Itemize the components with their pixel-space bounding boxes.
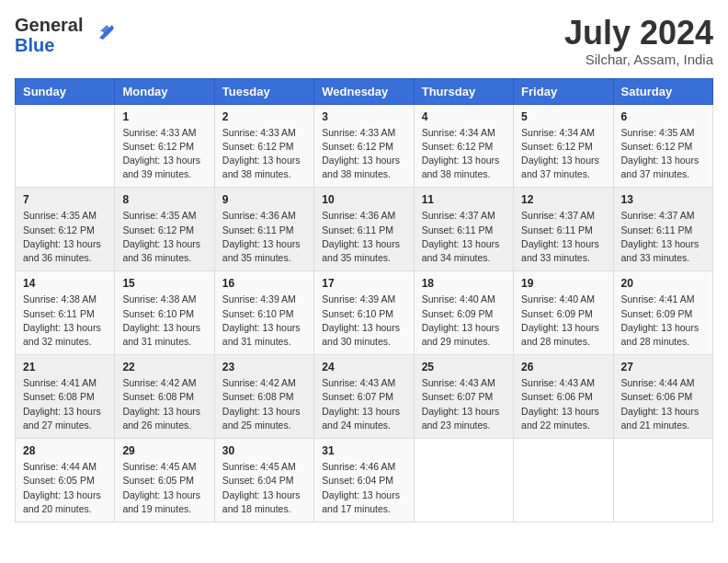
header-row: SundayMondayTuesdayWednesdayThursdayFrid… <box>16 78 713 104</box>
day-info: Sunrise: 4:36 AMSunset: 6:11 PMDaylight:… <box>322 209 405 265</box>
day-info: Sunrise: 4:41 AMSunset: 6:09 PMDaylight:… <box>621 293 705 349</box>
day-info: Sunrise: 4:40 AMSunset: 6:09 PMDaylight:… <box>422 293 506 349</box>
day-info: Sunrise: 4:38 AMSunset: 6:11 PMDaylight:… <box>23 293 107 349</box>
day-number: 6 <box>621 110 705 123</box>
day-info: Sunrise: 4:38 AMSunset: 6:10 PMDaylight:… <box>122 293 206 349</box>
day-number: 19 <box>521 277 605 290</box>
day-number: 15 <box>122 277 206 290</box>
day-info: Sunrise: 4:44 AMSunset: 6:06 PMDaylight:… <box>621 376 705 432</box>
day-info: Sunrise: 4:33 AMSunset: 6:12 PMDaylight:… <box>122 126 206 182</box>
calendar-day-cell: 17Sunrise: 4:39 AMSunset: 6:10 PMDayligh… <box>314 271 414 355</box>
page-header: General Blue July 2024 Silchar, Assam, I… <box>15 15 713 67</box>
day-number: 1 <box>122 110 206 123</box>
day-info: Sunrise: 4:37 AMSunset: 6:11 PMDaylight:… <box>521 209 605 265</box>
day-of-week-header: Thursday <box>414 78 513 104</box>
day-info: Sunrise: 4:44 AMSunset: 6:05 PMDaylight:… <box>23 460 107 516</box>
calendar-day-cell: 6Sunrise: 4:35 AMSunset: 6:12 PMDaylight… <box>613 104 712 188</box>
calendar-day-cell: 14Sunrise: 4:38 AMSunset: 6:11 PMDayligh… <box>16 271 115 355</box>
day-number: 12 <box>521 193 605 206</box>
day-of-week-header: Wednesday <box>314 78 414 104</box>
day-number: 4 <box>422 110 506 123</box>
day-number: 2 <box>222 110 306 123</box>
day-info: Sunrise: 4:36 AMSunset: 6:11 PMDaylight:… <box>222 209 306 265</box>
calendar-day-cell: 5Sunrise: 4:34 AMSunset: 6:12 PMDaylight… <box>514 104 613 188</box>
day-of-week-header: Saturday <box>613 78 712 104</box>
calendar-day-cell: 15Sunrise: 4:38 AMSunset: 6:10 PMDayligh… <box>115 271 214 355</box>
day-info: Sunrise: 4:33 AMSunset: 6:12 PMDaylight:… <box>222 126 306 182</box>
day-info: Sunrise: 4:41 AMSunset: 6:08 PMDaylight:… <box>23 376 107 432</box>
day-number: 5 <box>521 110 605 123</box>
calendar-day-cell <box>613 439 712 523</box>
day-number: 29 <box>122 444 206 457</box>
day-info: Sunrise: 4:43 AMSunset: 6:06 PMDaylight:… <box>521 376 605 432</box>
day-number: 21 <box>23 361 107 373</box>
day-number: 9 <box>222 193 306 206</box>
calendar-week-row: 7Sunrise: 4:35 AMSunset: 6:12 PMDaylight… <box>16 188 713 271</box>
day-info: Sunrise: 4:35 AMSunset: 6:12 PMDaylight:… <box>23 209 107 265</box>
day-number: 28 <box>23 444 107 457</box>
calendar-day-cell: 1Sunrise: 4:33 AMSunset: 6:12 PMDaylight… <box>115 104 214 188</box>
calendar-week-row: 1Sunrise: 4:33 AMSunset: 6:12 PMDaylight… <box>16 104 713 188</box>
calendar-day-cell: 11Sunrise: 4:37 AMSunset: 6:11 PMDayligh… <box>414 188 513 271</box>
day-info: Sunrise: 4:46 AMSunset: 6:04 PMDaylight:… <box>322 460 405 516</box>
day-of-week-header: Friday <box>514 78 613 104</box>
day-number: 17 <box>322 277 405 290</box>
day-number: 25 <box>422 361 506 373</box>
day-number: 13 <box>621 193 705 206</box>
day-number: 30 <box>222 444 306 457</box>
calendar-day-cell: 7Sunrise: 4:35 AMSunset: 6:12 PMDaylight… <box>16 188 115 271</box>
day-info: Sunrise: 4:33 AMSunset: 6:12 PMDaylight:… <box>322 126 405 182</box>
day-info: Sunrise: 4:43 AMSunset: 6:07 PMDaylight:… <box>322 376 405 432</box>
calendar-day-cell <box>414 439 513 523</box>
day-number: 3 <box>322 110 405 123</box>
calendar-day-cell: 27Sunrise: 4:44 AMSunset: 6:06 PMDayligh… <box>613 355 712 439</box>
calendar-day-cell: 25Sunrise: 4:43 AMSunset: 6:07 PMDayligh… <box>414 355 513 439</box>
month-title: July 2024 <box>564 15 713 52</box>
calendar-day-cell: 28Sunrise: 4:44 AMSunset: 6:05 PMDayligh… <box>16 439 115 523</box>
calendar-day-cell: 13Sunrise: 4:37 AMSunset: 6:11 PMDayligh… <box>613 188 712 271</box>
day-number: 16 <box>222 277 306 290</box>
calendar-day-cell: 26Sunrise: 4:43 AMSunset: 6:06 PMDayligh… <box>514 355 613 439</box>
day-number: 7 <box>23 193 107 206</box>
day-number: 20 <box>621 277 705 290</box>
calendar-day-cell: 21Sunrise: 4:41 AMSunset: 6:08 PMDayligh… <box>16 355 115 439</box>
calendar-day-cell <box>514 439 613 523</box>
day-info: Sunrise: 4:37 AMSunset: 6:11 PMDaylight:… <box>621 209 705 265</box>
day-number: 14 <box>23 277 107 290</box>
logo: General Blue <box>15 15 114 55</box>
title-area: July 2024 Silchar, Assam, India <box>564 15 713 67</box>
calendar-day-cell: 20Sunrise: 4:41 AMSunset: 6:09 PMDayligh… <box>613 271 712 355</box>
day-number: 23 <box>222 361 306 373</box>
day-info: Sunrise: 4:34 AMSunset: 6:12 PMDaylight:… <box>521 126 605 182</box>
day-number: 31 <box>322 444 405 457</box>
calendar-week-row: 21Sunrise: 4:41 AMSunset: 6:08 PMDayligh… <box>16 355 713 439</box>
day-number: 18 <box>422 277 506 290</box>
day-info: Sunrise: 4:40 AMSunset: 6:09 PMDaylight:… <box>521 293 605 349</box>
day-number: 11 <box>422 193 506 206</box>
calendar-day-cell: 8Sunrise: 4:35 AMSunset: 6:12 PMDaylight… <box>115 188 214 271</box>
day-info: Sunrise: 4:45 AMSunset: 6:05 PMDaylight:… <box>122 460 206 516</box>
calendar-day-cell: 10Sunrise: 4:36 AMSunset: 6:11 PMDayligh… <box>314 188 414 271</box>
calendar-day-cell: 16Sunrise: 4:39 AMSunset: 6:10 PMDayligh… <box>214 271 313 355</box>
calendar-day-cell <box>16 104 115 188</box>
day-info: Sunrise: 4:43 AMSunset: 6:07 PMDaylight:… <box>422 376 506 432</box>
calendar-day-cell: 23Sunrise: 4:42 AMSunset: 6:08 PMDayligh… <box>214 355 313 439</box>
day-info: Sunrise: 4:34 AMSunset: 6:12 PMDaylight:… <box>422 126 506 182</box>
day-info: Sunrise: 4:35 AMSunset: 6:12 PMDaylight:… <box>122 209 206 265</box>
day-number: 8 <box>122 193 206 206</box>
calendar-day-cell: 4Sunrise: 4:34 AMSunset: 6:12 PMDaylight… <box>414 104 513 188</box>
calendar-week-row: 14Sunrise: 4:38 AMSunset: 6:11 PMDayligh… <box>16 271 713 355</box>
calendar-body: 1Sunrise: 4:33 AMSunset: 6:12 PMDaylight… <box>16 104 713 522</box>
calendar-day-cell: 19Sunrise: 4:40 AMSunset: 6:09 PMDayligh… <box>514 271 613 355</box>
calendar-day-cell: 30Sunrise: 4:45 AMSunset: 6:04 PMDayligh… <box>214 439 313 523</box>
calendar-day-cell: 9Sunrise: 4:36 AMSunset: 6:11 PMDaylight… <box>214 188 313 271</box>
day-number: 26 <box>521 361 605 373</box>
logo-icon <box>86 17 114 45</box>
location-subtitle: Silchar, Assam, India <box>564 52 713 67</box>
day-number: 10 <box>322 193 405 206</box>
calendar-day-cell: 24Sunrise: 4:43 AMSunset: 6:07 PMDayligh… <box>314 355 414 439</box>
calendar-day-cell: 12Sunrise: 4:37 AMSunset: 6:11 PMDayligh… <box>514 188 613 271</box>
calendar-day-cell: 31Sunrise: 4:46 AMSunset: 6:04 PMDayligh… <box>314 439 414 523</box>
calendar-day-cell: 18Sunrise: 4:40 AMSunset: 6:09 PMDayligh… <box>414 271 513 355</box>
logo-general: General Blue <box>15 15 83 55</box>
